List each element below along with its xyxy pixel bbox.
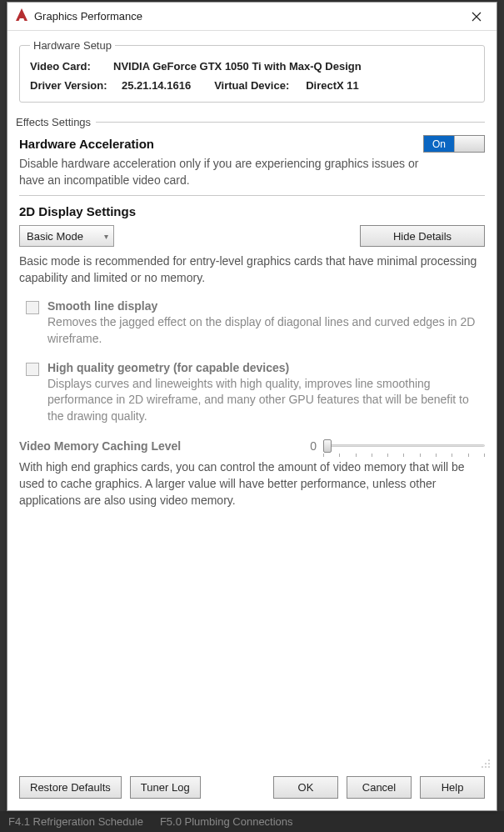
- hide-details-button[interactable]: Hide Details: [360, 225, 485, 247]
- window-title: Graphics Performance: [34, 10, 460, 23]
- display-mode-selected: Basic Mode: [27, 230, 83, 243]
- slider-track: [323, 444, 485, 447]
- svg-point-5: [488, 766, 490, 768]
- svg-point-3: [482, 766, 483, 768]
- hardware-setup-group: Hardware Setup Video Card: NVIDIA GeForc…: [19, 39, 485, 103]
- hardware-acceleration-toggle[interactable]: On: [423, 135, 485, 153]
- svg-point-1: [485, 763, 487, 764]
- help-button[interactable]: Help: [420, 776, 485, 799]
- svg-point-0: [488, 759, 490, 761]
- hardware-setup-legend: Hardware Setup: [30, 39, 115, 52]
- virtual-device-label: Virtual Device:: [214, 79, 306, 92]
- toggle-off-segment: [454, 136, 484, 152]
- toggle-on-label: On: [424, 136, 454, 152]
- effects-settings-legend: Effects Settings: [16, 116, 96, 128]
- smooth-line-display-option: Smooth line display Removes the jagged e…: [19, 299, 485, 347]
- tuner-log-button[interactable]: Tuner Log: [130, 776, 201, 799]
- bg-tab-1: F4.1 Refrigeration Schedule: [8, 815, 143, 828]
- video-memory-caching-value: 0: [310, 439, 317, 453]
- virtual-device-value: DirectX 11: [306, 79, 359, 92]
- svg-point-2: [488, 763, 490, 764]
- close-icon: [472, 12, 482, 22]
- display-mode-dropdown[interactable]: Basic Mode ▾: [19, 225, 114, 247]
- ok-button[interactable]: OK: [273, 776, 338, 799]
- effects-settings-group: Effects Settings Hardware Acceleration O…: [19, 116, 485, 509]
- driver-version-label: Driver Version:: [30, 79, 122, 92]
- high-quality-geometry-checkbox[interactable]: [26, 363, 39, 376]
- slider-ticks: [323, 454, 485, 457]
- background-tabs: F4.1 Refrigeration Schedule F5.0 Plumbin…: [0, 811, 504, 832]
- titlebar: Graphics Performance: [7, 3, 497, 31]
- video-card-value: NVIDIA GeForce GTX 1050 Ti with Max-Q De…: [113, 60, 362, 73]
- video-memory-caching-slider[interactable]: [323, 438, 485, 454]
- high-quality-geometry-description: Displays curves and lineweights with hig…: [47, 376, 485, 425]
- chevron-down-icon: ▾: [104, 232, 108, 241]
- driver-version-value: 25.21.14.1616: [122, 79, 191, 92]
- video-memory-caching-label: Video Memory Caching Level: [19, 439, 310, 453]
- hardware-acceleration-title: Hardware Acceleration: [19, 137, 423, 151]
- autocad-logo-icon: [14, 8, 29, 25]
- smooth-line-display-title: Smooth line display: [47, 299, 485, 313]
- video-card-label: Video Card:: [30, 60, 113, 73]
- smooth-line-display-description: Removes the jagged effect on the display…: [47, 314, 485, 347]
- restore-defaults-button[interactable]: Restore Defaults: [19, 776, 122, 799]
- high-quality-geometry-option: High quality geometry (for capable devic…: [19, 361, 485, 425]
- display-mode-description: Basic mode is recommended for entry-leve…: [19, 253, 485, 286]
- divider: [19, 195, 485, 196]
- resize-grip-icon[interactable]: [480, 758, 492, 768]
- dialog-footer: Restore Defaults Tuner Log OK Cancel Hel…: [7, 768, 497, 810]
- cancel-button[interactable]: Cancel: [347, 776, 412, 799]
- slider-thumb[interactable]: [323, 439, 332, 453]
- svg-point-4: [485, 766, 487, 768]
- hardware-acceleration-description: Disable hardware acceleration only if yo…: [19, 156, 419, 188]
- high-quality-geometry-title: High quality geometry (for capable devic…: [47, 361, 485, 374]
- 2d-display-settings-title: 2D Display Settings: [19, 204, 485, 218]
- bg-tab-2: F5.0 Plumbing Connections: [160, 815, 293, 828]
- close-button[interactable]: [460, 4, 493, 29]
- video-memory-caching-description: With high end graphics cards, you can co…: [19, 459, 485, 509]
- smooth-line-display-checkbox[interactable]: [26, 301, 39, 314]
- graphics-performance-dialog: Graphics Performance Hardware Setup Vide…: [7, 2, 497, 811]
